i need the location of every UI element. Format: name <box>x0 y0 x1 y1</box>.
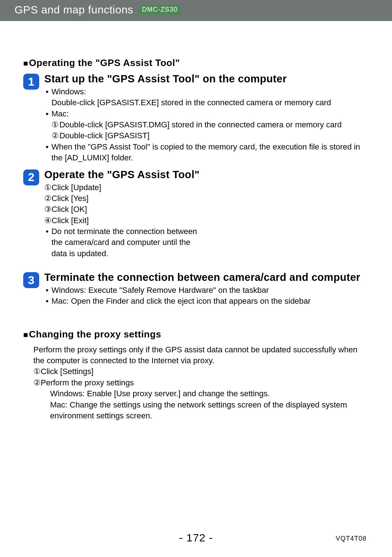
step-body: Operate the "GPS Assist Tool" ① Click [U… <box>44 169 369 259</box>
section-heading-operating: Operating the "GPS Assist Tool" <box>23 57 369 69</box>
windows-text: Double-click [GPSASIST.EXE] stored in th… <box>52 98 331 107</box>
step-content: Windows: Double-click [GPSASIST.EXE] sto… <box>44 86 369 164</box>
step-number-icon: 3 <box>23 272 39 288</box>
line-exit: Click [Exit] <box>52 215 89 226</box>
bullet-note: Do not terminate the connection between … <box>44 226 369 259</box>
section-proxy: Changing the proxy settings Perform the … <box>23 329 369 422</box>
line-update: Click [Update] <box>52 182 101 193</box>
step-number-icon: 2 <box>23 169 39 185</box>
page-number: - 172 - <box>0 532 392 544</box>
step-body: Terminate the connection between camera/… <box>44 271 369 307</box>
page-content: Operating the "GPS Assist Tool" 1 Start … <box>0 21 392 421</box>
step-2: 2 Operate the "GPS Assist Tool" ① Click … <box>23 169 369 259</box>
step-body: Start up the "GPS Assist Tool" on the co… <box>44 73 369 164</box>
step-title: Operate the "GPS Assist Tool" <box>44 169 369 181</box>
section-heading-proxy: Changing the proxy settings <box>23 329 369 340</box>
circled-1-icon: ① <box>33 366 41 377</box>
bullet-mac: Mac: ① Double-click [GPSASIST.DMG] store… <box>44 108 369 142</box>
step-1: 1 Start up the "GPS Assist Tool" on the … <box>23 73 369 164</box>
model-badge: DMC-ZS30 <box>138 5 181 15</box>
step-3: 3 Terminate the connection between camer… <box>23 271 369 307</box>
proxy-line1: Click [Settings] <box>41 366 94 377</box>
bullet-windows: Windows: Execute "Safely Remove Hardware… <box>44 285 369 296</box>
mac-line2: Double-click [GPSASIST] <box>60 130 150 141</box>
mac-label: Mac: <box>52 109 69 118</box>
mac-line1: Double-click [GPSASIST.DMG] stored in th… <box>60 119 342 130</box>
step-number-icon: 1 <box>23 74 39 90</box>
proxy-windows: Windows: Enable [Use proxy server.] and … <box>50 388 369 399</box>
proxy-intro: Perform the proxy settings only if the G… <box>33 344 369 366</box>
mac-text: Mac: Open the Finder and click the eject… <box>52 296 369 307</box>
step-content: Windows: Execute "Safely Remove Hardware… <box>44 285 369 307</box>
bullet-windows: Windows: Double-click [GPSASIST.EXE] sto… <box>44 86 369 108</box>
proxy-body: Perform the proxy settings only if the G… <box>33 344 369 422</box>
circled-2-icon: ② <box>33 377 41 388</box>
proxy-line2: Perform the proxy settings <box>41 377 134 388</box>
windows-label: Windows: <box>52 87 86 96</box>
circled-2-icon: ② <box>52 130 59 141</box>
proxy-mac: Mac: Change the settings using the netwo… <box>50 400 369 422</box>
step-content: ① Click [Update] ② Click [Yes] ③ Click [… <box>44 182 369 259</box>
step-title: Start up the "GPS Assist Tool" on the co… <box>44 73 369 85</box>
circled-1-icon: ① <box>44 182 52 193</box>
line-ok: Click [OK] <box>52 204 87 215</box>
note-text: Do not terminate the connection between … <box>52 226 208 259</box>
document-code: VQT4T08 <box>336 535 367 542</box>
bullet-note: When the "GPS Assist Tool" is copied to … <box>44 142 369 164</box>
circled-3-icon: ③ <box>44 204 52 215</box>
circled-4-icon: ④ <box>44 215 52 226</box>
step-title: Terminate the connection between camera/… <box>44 271 369 283</box>
bullet-mac: Mac: Open the Finder and click the eject… <box>44 296 369 307</box>
page-header: GPS and map functions DMC-ZS30 <box>0 0 392 21</box>
circled-1-icon: ① <box>52 119 59 130</box>
circled-2-icon: ② <box>44 193 52 204</box>
line-yes: Click [Yes] <box>52 193 89 204</box>
windows-text: Windows: Execute "Safely Remove Hardware… <box>52 285 369 296</box>
note-text: When the "GPS Assist Tool" is copied to … <box>52 142 369 164</box>
header-title: GPS and map functions <box>15 4 133 16</box>
